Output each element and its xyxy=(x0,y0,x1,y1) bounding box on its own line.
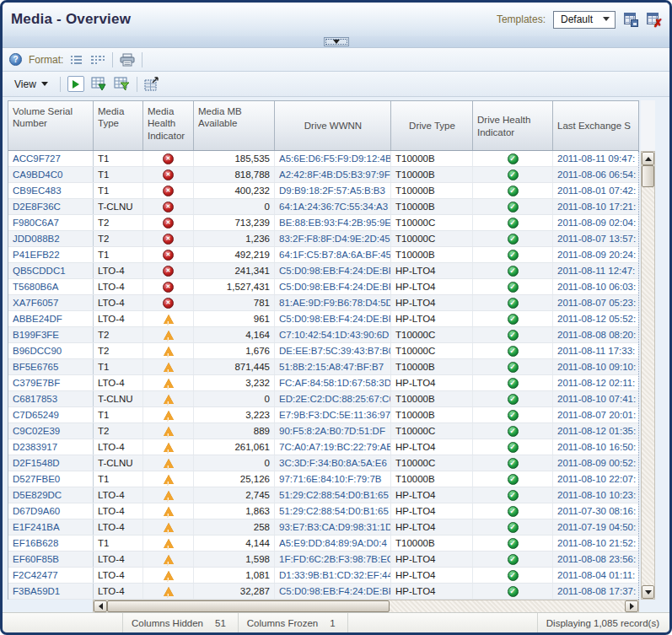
cell-volume-serial[interactable]: F2C42477 xyxy=(8,568,94,583)
cell-volume-serial[interactable]: EF60F85B xyxy=(8,552,94,567)
cell-volume-serial[interactable]: C9C02E39 xyxy=(8,423,94,439)
cell-volume-serial[interactable]: D527FBE0 xyxy=(8,471,94,487)
cell-volume-serial[interactable]: E1F241BA xyxy=(8,519,94,535)
cell-volume-serial[interactable]: F980C6A7 xyxy=(8,215,94,230)
cell-volume-serial[interactable]: JDD088B2 xyxy=(8,231,94,246)
media-health-indicator xyxy=(143,215,194,230)
run-query-icon[interactable] xyxy=(67,76,84,92)
cell-volume-serial[interactable]: CA9BD4C0 xyxy=(8,167,94,182)
column-header-drive-wwnn[interactable]: Drive WWNN xyxy=(275,101,391,150)
horizontal-scrollbar-thumb[interactable] xyxy=(107,600,390,612)
vertical-scrollbar-thumb[interactable] xyxy=(642,165,654,187)
cell-volume-serial[interactable]: P41EFB22 xyxy=(8,247,94,262)
table-row[interactable]: B96DCC90 T2 1,676 DE:EE:B7:5C:39:43:B7:B… xyxy=(8,343,638,359)
cell-volume-serial[interactable]: EF16B628 xyxy=(8,535,94,551)
column-header-media-type[interactable]: Media Type xyxy=(94,101,143,150)
column-header-mb-available[interactable]: Media MB Available xyxy=(194,101,275,150)
table-row[interactable]: D5E829DC LTO-4 2,745 51:29:C2:88:54:D0:B… xyxy=(8,487,638,503)
table-row[interactable]: C7D65249 T1 3,223 E7:9B:F3:DC:5E:11:36:9… xyxy=(8,407,638,423)
table-row[interactable]: E1F241BA LTO-4 258 93:E7:B3:CA:D9:98:31:… xyxy=(8,519,638,535)
cell-last-exchange: 2011-08-12 02:11: xyxy=(553,375,639,390)
table-row[interactable]: D2E8F36C T-CLNU 0 64:1A:24:36:7C:55:34:A… xyxy=(8,199,638,215)
table-row[interactable]: ABBE24DF LTO-4 961 C5:D0:98:EB:F4:24:DE:… xyxy=(8,311,638,327)
cell-volume-serial[interactable]: B96DCC90 xyxy=(8,343,94,358)
table-row[interactable]: EF60F85B LTO-4 1,598 1F:FD:6C:2B:F3:98:7… xyxy=(8,552,638,568)
table-row[interactable]: D67D9A60 LTO-4 1,863 51:29:C2:88:54:D0:B… xyxy=(8,503,638,519)
export-spreadsheet-icon[interactable] xyxy=(91,77,107,91)
cell-volume-serial[interactable]: BF5E6765 xyxy=(8,359,94,374)
cell-volume-serial[interactable]: C6817853 xyxy=(8,391,94,406)
cell-volume-serial[interactable]: F3BA59D1 xyxy=(8,584,94,599)
media-health-icon xyxy=(164,539,174,548)
cell-volume-serial[interactable]: D2383917 xyxy=(8,439,94,455)
table-row[interactable]: QB5CDDC1 LTO-4 241,341 C5:D0:98:EB:F4:24… xyxy=(8,263,638,279)
table-row[interactable]: P41EFB22 T1 492,219 64:1F:C5:B7:8A:6A:BF… xyxy=(8,247,638,263)
collapse-panel-button[interactable] xyxy=(324,37,349,46)
column-header-drive-health[interactable]: Drive Health Indicator xyxy=(473,101,553,150)
table-row[interactable]: C6817853 T-CLNU 0 ED:2E:C2:DC:88:25:67:C… xyxy=(8,391,638,407)
column-header-volume-serial[interactable]: Volume Serial Number xyxy=(8,101,94,150)
filter-icon[interactable] xyxy=(114,77,130,91)
cell-volume-serial[interactable]: D67D9A60 xyxy=(8,503,94,519)
cell-last-exchange: 2011-08-10 10:23: xyxy=(553,487,639,503)
table-row[interactable]: D527FBE0 T1 25,126 97:71:6E:84:10:F:79:7… xyxy=(8,471,638,487)
cell-volume-serial[interactable]: QB5CDDC1 xyxy=(8,263,94,278)
table-row[interactable]: D2383917 LTO-4 261,061 7C:A0:A7:19:BC:22… xyxy=(8,439,638,455)
table-row[interactable]: XA7F6057 LTO-4 781 81:AE:9D:F9:B6:78:D4:… xyxy=(8,295,638,311)
delete-template-icon[interactable]: ✗ xyxy=(646,12,661,27)
table-row[interactable]: BF5E6765 T1 871,445 51:8B:2:15:A8:47:BF:… xyxy=(8,359,638,375)
table-row[interactable]: CA9BD4C0 T1 818,788 A2:42:8F:4B:D5:B3:97… xyxy=(8,167,638,183)
table-row[interactable]: EF16B628 T1 4,144 A5:E9:DD:84:89:9A:D0:4… xyxy=(8,535,638,552)
cell-drive-wwnn: 51:8B:2:15:A8:47:BF:B7 xyxy=(275,359,391,374)
scroll-right-button[interactable] xyxy=(625,600,638,612)
cell-volume-serial[interactable]: D2E8F36C xyxy=(8,199,94,214)
cell-mb-available: 818,788 xyxy=(194,167,275,182)
media-health-indicator xyxy=(143,423,194,439)
view-menu-button[interactable]: View xyxy=(9,76,53,93)
media-health-indicator xyxy=(143,391,194,406)
table-row[interactable]: CB9EC483 T1 400,232 D9:B9:18:2F:57:A5:B:… xyxy=(8,183,638,199)
cell-last-exchange: 2011-08-10 21:52: xyxy=(553,535,639,551)
cell-volume-serial[interactable]: ABBE24DF xyxy=(8,311,94,326)
help-icon[interactable]: ? xyxy=(9,53,22,66)
template-dropdown[interactable]: Default xyxy=(553,11,616,29)
horizontal-scrollbar[interactable] xyxy=(93,600,639,612)
cell-volume-serial[interactable]: B199F3FE xyxy=(8,327,94,342)
table-row[interactable]: F980C6A7 T2 713,239 BE:88:EB:93:F4:2B:95… xyxy=(8,215,638,231)
cell-volume-serial[interactable]: ACC9F727 xyxy=(8,151,94,166)
media-health-icon xyxy=(164,363,174,372)
table-row[interactable]: C379E7BF LTO-4 3,232 FC:AF:84:58:1D:67:5… xyxy=(8,375,638,391)
cell-volume-serial[interactable]: CB9EC483 xyxy=(8,183,94,198)
table-row[interactable]: F2C42477 LTO-4 1,081 D1:33:9B:B1:CD:32:E… xyxy=(8,568,638,584)
column-header-media-health[interactable]: Media Health Indicator xyxy=(143,101,194,150)
detach-table-icon[interactable] xyxy=(144,77,159,91)
cell-volume-serial[interactable]: T5680B6A xyxy=(8,279,94,294)
cell-mb-available: 1,863 xyxy=(194,503,275,519)
save-template-icon[interactable] xyxy=(623,12,638,27)
table-row[interactable]: C9C02E39 T2 889 90:F5:8:2A:B0:7D:51:DF T… xyxy=(8,423,638,439)
table-row[interactable]: ACC9F727 T1 185,535 A5:6E:D6:F5:F9:D9:12… xyxy=(8,151,638,167)
scroll-up-button[interactable] xyxy=(642,152,654,165)
print-icon[interactable] xyxy=(120,53,135,67)
table-row[interactable]: D2F1548D T-CLNU 0 3C:3D:F:34:B0:8A:5A:E6… xyxy=(8,455,638,471)
table-row[interactable]: B199F3FE T2 4,164 C7:10:42:54:1D:43:90:6… xyxy=(8,327,638,343)
scroll-down-button[interactable] xyxy=(642,585,654,599)
table-row[interactable]: T5680B6A LTO-4 1,527,431 C5:D0:98:EB:F4:… xyxy=(8,279,638,295)
cell-volume-serial[interactable]: C7D65249 xyxy=(8,407,94,422)
cell-last-exchange: 2011-08-10 06:03: xyxy=(553,279,639,294)
drive-health-indicator xyxy=(473,327,553,342)
table-row[interactable]: JDD088B2 T2 1,236 83:2F:F8:8F:D4:9E:2D:4… xyxy=(8,231,638,247)
detail-view-icon[interactable] xyxy=(90,54,105,66)
cell-volume-serial[interactable]: XA7F6057 xyxy=(8,295,94,310)
drive-health-icon xyxy=(508,506,519,517)
table-row[interactable]: F3BA59D1 LTO-4 32,287 C5:D0:98:EB:F4:24:… xyxy=(8,584,638,600)
vertical-scrollbar[interactable] xyxy=(641,151,655,600)
column-header-last-exchange[interactable]: Last Exchange S xyxy=(553,101,640,150)
cell-volume-serial[interactable]: D5E829DC xyxy=(8,487,94,503)
list-view-icon[interactable] xyxy=(70,54,83,66)
scroll-left-button[interactable] xyxy=(94,600,107,612)
cell-volume-serial[interactable]: D2F1548D xyxy=(8,455,94,471)
cell-volume-serial[interactable]: C379E7BF xyxy=(8,375,94,390)
cell-drive-type: T10000B xyxy=(391,199,473,214)
column-header-drive-type[interactable]: Drive Type xyxy=(391,101,473,150)
